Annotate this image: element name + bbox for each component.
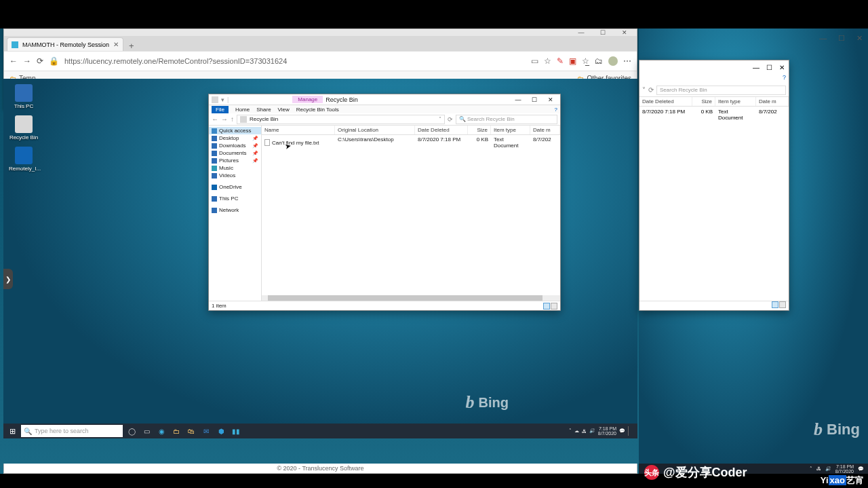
ribbon-view-tab[interactable]: View (278, 107, 290, 113)
desktop-icon-remotely[interactable]: Remotely_I... (9, 147, 39, 172)
col-item-type[interactable]: Item type (491, 126, 530, 134)
table-row[interactable]: 8/7/2020 7:18 PM 0 KB Text Document 8/7/… (639, 107, 789, 123)
taskbar-edge-icon[interactable]: ◉ (155, 425, 167, 437)
view-details-button[interactable] (772, 301, 778, 308)
taskbar-clock[interactable]: 7:18 PM8/7/2020 (598, 426, 616, 436)
horizontal-scrollbar[interactable] (262, 295, 560, 301)
quick-access-down-icon[interactable]: ▾ (221, 96, 224, 103)
extension-lastpass-icon[interactable]: ▣ (569, 56, 576, 66)
host-explorer-minimize-button[interactable]: — (753, 64, 760, 71)
sidebar-item-pictures[interactable]: Pictures📌 (209, 157, 261, 164)
host-explorer-window[interactable]: — ☐ ✕ ? ˅ ⟳ Search Recycle Bin Date Dele… (639, 60, 789, 311)
sidebar-thispc[interactable]: This PC (209, 195, 261, 202)
host-minimize-button[interactable]: — (819, 34, 827, 42)
host-explorer-search-input[interactable]: Search Recycle Bin (656, 86, 786, 95)
host-close-button[interactable]: ✕ (856, 34, 863, 43)
nav-refresh-button[interactable]: ⟳ (648, 86, 654, 94)
browser-minimize-button[interactable]: — (574, 29, 588, 36)
sidebar-item-downloads[interactable]: Downloads📌 (209, 142, 261, 149)
explorer-close-button[interactable]: ✕ (544, 96, 557, 103)
taskbar-search-input[interactable]: 🔍Type here to search (21, 425, 123, 437)
browser-close-button[interactable]: ✕ (618, 29, 631, 36)
col-size[interactable]: Size (468, 126, 491, 134)
view-details-button[interactable] (543, 303, 550, 309)
browser-maximize-button[interactable]: ☐ (596, 29, 610, 36)
host-maximize-button[interactable]: ☐ (838, 34, 845, 43)
sidebar-item-music[interactable]: Music (209, 164, 261, 172)
favorites-bar-icon[interactable]: ☆̲ (582, 56, 589, 66)
tray-notifications-icon[interactable]: 💬 (619, 428, 625, 434)
sidebar-item-desktop[interactable]: Desktop📌 (209, 134, 261, 142)
start-button[interactable]: ⊞ (6, 425, 18, 437)
forward-button[interactable]: → (23, 56, 31, 66)
show-desktop-button[interactable] (628, 426, 635, 436)
view-icons-button[interactable] (551, 303, 557, 309)
browser-tab-active[interactable]: MAMMOTH - Remotely Session ✕ (7, 37, 123, 51)
tray-onedrive-icon[interactable]: ☁ (574, 428, 579, 434)
sidebar-item-videos[interactable]: Videos (209, 172, 261, 179)
nav-up-button[interactable]: ↑ (231, 115, 234, 123)
ribbon-file-tab[interactable]: File (212, 106, 229, 113)
ribbon-help-icon[interactable]: ? (555, 107, 557, 113)
chevron-down-icon[interactable]: ˅ (439, 116, 441, 122)
browser-titlebar[interactable]: — ☐ ✕ (4, 29, 637, 36)
session-toolbar-handle[interactable]: ❯ (3, 269, 13, 289)
nav-back-button[interactable]: ← (212, 115, 218, 123)
col-item-type[interactable]: Item type (715, 97, 756, 106)
ribbon-help-icon[interactable]: ? (783, 74, 786, 83)
column-headers[interactable]: Name Original Location Date Deleted Size… (262, 126, 560, 135)
host-column-headers[interactable]: Date Deleted Size Item type Date m (639, 97, 789, 107)
cortana-button[interactable]: ▭ (140, 425, 153, 437)
remote-viewport[interactable]: ❯ This PC Recycle Bin Remotely_I... bBin… (3, 79, 637, 438)
taskbar-explorer-icon[interactable]: 🗀 (170, 425, 182, 437)
col-date-modified[interactable]: Date m (530, 126, 560, 134)
view-icons-button[interactable] (779, 301, 786, 308)
refresh-button[interactable]: ⟳ (37, 56, 43, 66)
nav-forward-button[interactable]: → (221, 115, 228, 123)
col-size[interactable]: Size (692, 97, 715, 106)
reading-view-icon[interactable]: ▭ (531, 56, 538, 66)
chevron-down-icon[interactable]: ˅ (642, 86, 646, 94)
tray-up-icon[interactable]: ˄ (569, 428, 572, 434)
desktop-icon-recyclebin[interactable]: Recycle Bin (9, 115, 39, 140)
col-date-deleted[interactable]: Date Deleted (415, 126, 468, 134)
desktop-icon-thispc[interactable]: This PC (9, 84, 39, 109)
sidebar-item-documents[interactable]: Documents📌 (209, 149, 261, 157)
address-bar[interactable]: https://lucency.remotely.one/RemoteContr… (64, 57, 287, 65)
explorer-titlebar[interactable]: ▾ | Manage Recycle Bin — ☐ ✕ (209, 94, 560, 105)
taskbar-mail-icon[interactable]: ✉ (200, 425, 212, 437)
task-view-button[interactable]: ◯ (125, 425, 138, 437)
extension-icon[interactable]: ✎ (557, 56, 564, 66)
taskbar-store-icon[interactable]: 🛍 (185, 425, 197, 437)
explorer-window[interactable]: ▾ | Manage Recycle Bin — ☐ ✕ File Home S… (208, 94, 561, 311)
tab-close-icon[interactable]: ✕ (113, 41, 119, 48)
remote-taskbar[interactable]: ⊞ 🔍Type here to search ◯ ▭ ◉ 🗀 🛍 ✉ ⬢ ▮▮ … (3, 424, 637, 438)
profile-avatar[interactable] (608, 56, 618, 66)
table-row[interactable]: Can't find my file.txt C:\Users\trans\De… (262, 135, 560, 150)
tray-volume-icon[interactable]: 🔊 (589, 428, 595, 434)
ribbon-recyclebintools-tab[interactable]: Recycle Bin Tools (296, 107, 339, 113)
col-date-modified[interactable]: Date m (756, 97, 789, 106)
col-name[interactable]: Name (262, 126, 335, 134)
breadcrumb[interactable]: Recycle Bin ˅ (237, 115, 445, 124)
nav-refresh-button[interactable]: ⟳ (448, 116, 453, 123)
explorer-minimize-button[interactable]: — (511, 96, 525, 103)
host-explorer-maximize-button[interactable]: ☐ (766, 64, 772, 71)
favorite-icon[interactable]: ☆ (544, 56, 551, 66)
remote-desktop[interactable]: ❯ This PC Recycle Bin Remotely_I... bBin… (3, 79, 637, 438)
taskbar-remotely-icon[interactable]: ▮▮ (230, 425, 242, 437)
ribbon-share-tab[interactable]: Share (256, 107, 271, 113)
host-explorer-titlebar[interactable]: — ☐ ✕ (639, 60, 789, 74)
ribbon-home-tab[interactable]: Home (235, 107, 250, 113)
sidebar-onedrive[interactable]: OneDrive (209, 183, 261, 191)
explorer-search-input[interactable]: 🔍 Search Recycle Bin (456, 115, 557, 124)
new-tab-button[interactable]: + (123, 41, 140, 51)
collections-icon[interactable]: 🗂 (595, 56, 603, 66)
explorer-maximize-button[interactable]: ☐ (528, 96, 541, 103)
host-desktop[interactable]: — ☐ ✕ — ☐ ✕ ? ˅ ⟳ Search Recycle Bin Dat… (639, 29, 868, 474)
col-date-deleted[interactable]: Date Deleted (639, 97, 692, 106)
host-explorer-close-button[interactable]: ✕ (779, 64, 785, 71)
ribbon-context-tab[interactable]: Manage (292, 96, 323, 103)
sidebar-quick-access[interactable]: Quick access (209, 127, 261, 134)
col-original-location[interactable]: Original Location (335, 126, 415, 134)
